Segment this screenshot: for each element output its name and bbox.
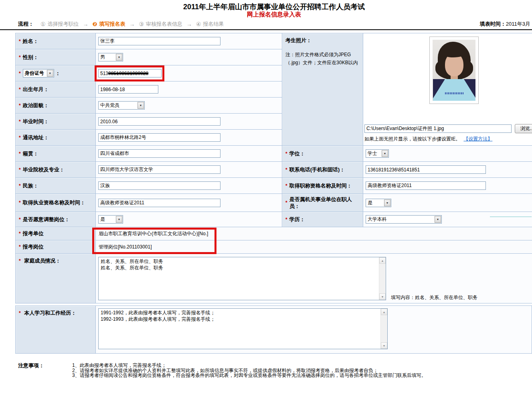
experience-textarea[interactable]: 1991-1992，此表由报考者本人填写，完善报名手续； 1992-1993，此… bbox=[99, 309, 380, 349]
degree-select[interactable]: 学士 ▼ bbox=[366, 149, 389, 158]
photo-note: 注：照片文件格式必须为JPEG （.jpg）文件；文件应在30KB以内 bbox=[285, 51, 363, 67]
scrollbar[interactable]: ▲ ▼ bbox=[379, 257, 386, 300]
ie-setting-link[interactable]: 【设置方法】 bbox=[463, 136, 492, 142]
label-text-education: 学历： bbox=[289, 216, 305, 223]
gender-select[interactable]: 男 ▼ bbox=[98, 53, 123, 61]
field-value-phone bbox=[363, 162, 532, 178]
field-label-name: * 姓名： bbox=[16, 33, 96, 49]
photo-section: 浏览... 如果上面无照片显示，请按以下步骤设置IE。【设置方法】 bbox=[363, 33, 532, 146]
experience-textarea-wrap: 1991-1992，此表由报考者本人填写，完善报名手续； 1992-1993，此… bbox=[98, 308, 388, 349]
field-label-education: * 学历： bbox=[282, 212, 363, 227]
required-asterisk: * bbox=[19, 258, 21, 264]
process-step-result[interactable]: ④ 报名结果 bbox=[196, 20, 224, 28]
process-step-review[interactable]: ③ 审核报名表信息 bbox=[139, 20, 182, 28]
degree-selected-value: 学士 bbox=[368, 150, 377, 157]
field-value-in-service: 是 ▼ bbox=[363, 194, 532, 212]
field-label-title-cert: * 取得职称资格名称及时间： bbox=[282, 178, 363, 194]
notes-label: 注意事项： bbox=[18, 362, 44, 369]
field-label-in-service: * 是否属机关事业单位在职人员： bbox=[282, 194, 363, 212]
school-major-input[interactable] bbox=[98, 165, 220, 174]
photo-shirt-shape bbox=[433, 79, 475, 101]
notes-list: 1、此表由报考者本人填写，完善报名手续； 2、请报考者如实详尽提供准确的个人资料… bbox=[72, 363, 426, 378]
field-label-school-major: * 毕业院校及专业： bbox=[16, 162, 96, 178]
phone-input[interactable] bbox=[366, 165, 486, 174]
photo-label: 考生照片： bbox=[285, 37, 312, 43]
label-text-apply-post: 报考岗位 bbox=[23, 243, 44, 250]
scroll-up-icon[interactable]: ▲ bbox=[381, 309, 387, 315]
in-service-select[interactable]: 是 ▼ bbox=[366, 199, 391, 207]
field-value-political: 中共党员 ▼ bbox=[96, 98, 282, 114]
label-text-ethnicity: 民族： bbox=[23, 182, 38, 189]
ethnicity-input[interactable] bbox=[98, 181, 220, 190]
required-asterisk: * bbox=[19, 244, 21, 250]
label-text-school-major: 毕业院校及专业： bbox=[23, 166, 65, 173]
education-select[interactable]: 大学本科 ▼ bbox=[366, 215, 442, 224]
required-asterisk: * bbox=[19, 103, 21, 108]
political-select[interactable]: 中共党员 ▼ bbox=[98, 101, 145, 110]
apply-post-text: 管理岗位[No.201103001] bbox=[99, 244, 152, 250]
field-value-birth bbox=[96, 81, 282, 98]
required-asterisk: * bbox=[19, 119, 21, 124]
process-label: 流程： bbox=[18, 20, 34, 28]
field-value-native-place bbox=[96, 146, 282, 162]
required-asterisk: * bbox=[285, 151, 287, 157]
practice-cert-input[interactable] bbox=[98, 199, 220, 207]
family-textarea[interactable]: 姓名、关系、所在单位、职务 姓名、关系、所在单位、职务 bbox=[99, 257, 379, 300]
education-selected-value: 大学本科 bbox=[368, 216, 387, 223]
photo-note-line2: （.jpg）文件；文件应在30KB以内 bbox=[285, 59, 363, 67]
address-input[interactable] bbox=[98, 133, 220, 142]
field-value-ethnicity bbox=[96, 178, 282, 194]
title-cert-input[interactable] bbox=[366, 181, 486, 190]
label-text-adjust-post: 是否愿意调整岗位： bbox=[23, 216, 70, 223]
adjust-post-select[interactable]: 是 ▼ bbox=[98, 215, 123, 224]
family-fill-hint: 填写内容：姓名、关系、所在单位、职务 bbox=[391, 294, 477, 301]
arrow-right-icon: → bbox=[83, 21, 89, 27]
dropdown-arrow-icon: ▼ bbox=[435, 216, 441, 223]
field-label-degree: * 学位： bbox=[282, 146, 363, 162]
id-number-redacted: 085108631080028 bbox=[108, 71, 148, 76]
id-number-input[interactable]: 513085108631080028 bbox=[98, 69, 162, 77]
fill-time-value: 2011年3月 bbox=[506, 21, 530, 27]
decorative-line bbox=[490, 216, 532, 217]
birth-input[interactable] bbox=[98, 85, 158, 94]
field-value-degree: 学士 ▼ bbox=[363, 146, 532, 162]
applicant-photo-image bbox=[433, 40, 475, 101]
grad-time-input[interactable] bbox=[98, 117, 220, 126]
scroll-down-icon[interactable]: ▼ bbox=[379, 293, 386, 300]
browse-button[interactable]: 浏览... bbox=[515, 124, 532, 133]
field-label-ethnicity: * 民族： bbox=[16, 178, 96, 194]
process-step-choose-position[interactable]: ① 选择报考职位 bbox=[40, 20, 79, 28]
label-text-in-service: 是否属机关事业单位在职人员： bbox=[289, 196, 357, 210]
scrollbar[interactable]: ▲ ▼ bbox=[380, 309, 387, 349]
id-type-selected-value: 身份证号 bbox=[25, 70, 44, 77]
divider bbox=[0, 29, 532, 30]
dropdown-arrow-icon: ▼ bbox=[116, 54, 122, 61]
in-service-selected-value: 是 bbox=[368, 199, 372, 206]
field-value-practice-cert bbox=[96, 194, 282, 212]
field-value-title-cert bbox=[363, 178, 532, 194]
native-place-input[interactable] bbox=[98, 149, 220, 158]
step-2-label: 填写报名表 bbox=[99, 20, 125, 28]
required-asterisk: * bbox=[19, 167, 21, 173]
label-text-birth: 出生年月： bbox=[23, 86, 49, 93]
photo-path-input[interactable] bbox=[364, 124, 512, 133]
photo-shoulder-shape bbox=[464, 79, 475, 98]
page-subtitle: 网上报名信息录入表 bbox=[16, 11, 532, 18]
required-asterisk: * bbox=[285, 217, 287, 222]
step-3-number-icon: ③ bbox=[139, 21, 144, 27]
scroll-up-icon[interactable]: ▲ bbox=[379, 257, 386, 264]
field-label-political: * 政治面貌： bbox=[16, 98, 96, 114]
label-text-political: 政治面貌： bbox=[23, 102, 49, 109]
label-text-title-cert: 取得职称资格名称及时间： bbox=[289, 182, 352, 189]
label-text-degree: 学位： bbox=[289, 150, 305, 157]
required-asterisk: * bbox=[19, 183, 21, 189]
process-step-fill-form[interactable]: ❷ 填写报名表 bbox=[93, 20, 125, 28]
apply-unit-value: 眉山市职工教育培训中心(市职工文化活动中心)[No.] bbox=[96, 227, 532, 240]
field-value-gender: 男 ▼ bbox=[96, 49, 282, 65]
scroll-down-icon[interactable]: ▼ bbox=[381, 342, 387, 349]
label-text-address: 通讯地址： bbox=[23, 134, 49, 141]
step-4-number-icon: ④ bbox=[196, 21, 201, 27]
field-label-phone: * 联系电话(手机和固话)： bbox=[282, 162, 363, 178]
id-type-select[interactable]: 身份证号 ▼ bbox=[23, 69, 54, 77]
name-input[interactable] bbox=[98, 37, 220, 45]
